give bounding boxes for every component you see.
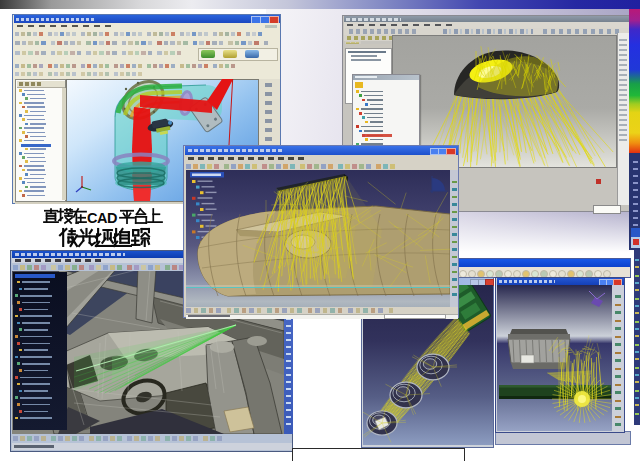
svg-text:CAD: CAD <box>87 210 117 226</box>
